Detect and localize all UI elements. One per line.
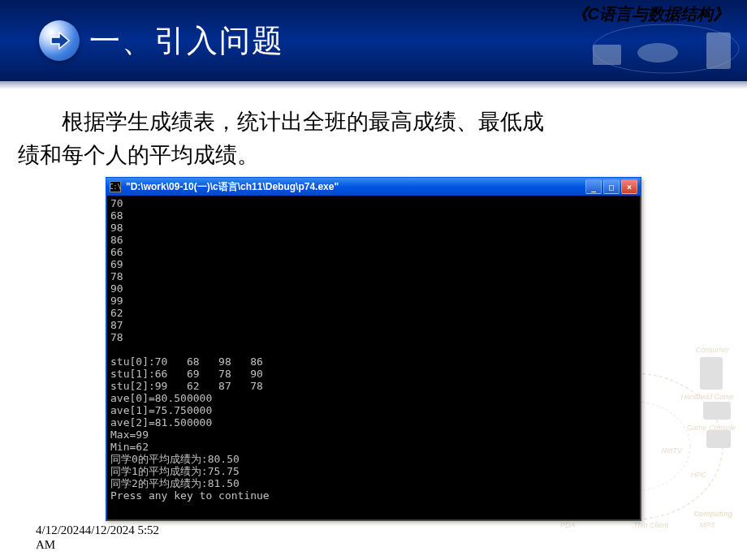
window-buttons: _ □ × bbox=[585, 179, 637, 194]
svg-rect-2 bbox=[593, 45, 621, 65]
console-output: 70 68 98 86 66 69 78 90 99 62 87 78 stu[… bbox=[106, 196, 641, 520]
description-line-1: 根据学生成绩表，统计出全班的最高成绩、最低成 bbox=[62, 110, 544, 134]
bg-label-thinclient: Thin Client bbox=[633, 521, 668, 529]
cmd-icon: C:\ bbox=[110, 181, 121, 192]
console-title-text: "D:\work\09-10(一)\c语言\ch11\Debug\p74.exe… bbox=[126, 180, 585, 194]
svg-point-3 bbox=[637, 43, 678, 62]
bg-label-pda: PDA bbox=[560, 521, 576, 529]
slide-title: 一、引入问题 bbox=[89, 20, 284, 62]
maximize-button[interactable]: □ bbox=[603, 179, 620, 194]
bg-label-gameconsole: Game Console bbox=[687, 424, 736, 432]
description-line-2: 绩和每个人的平均成绩。 bbox=[18, 139, 729, 172]
header-decoration bbox=[585, 16, 747, 81]
console-window: C:\ "D:\work\09-10(一)\c语言\ch11\Debug\p74… bbox=[106, 177, 641, 521]
footer-line-1: 4/12/20244/12/2024 5:52 bbox=[36, 523, 159, 536]
close-button[interactable]: × bbox=[621, 179, 637, 194]
problem-description: 根据学生成绩表，统计出全班的最高成绩、最低成 绩和每个人的平均成绩。 bbox=[18, 106, 729, 171]
minimize-button[interactable]: _ bbox=[585, 179, 602, 194]
slide-body: 根据学生成绩表，统计出全班的最高成绩、最低成 绩和每个人的平均成绩。 bbox=[0, 81, 747, 171]
svg-rect-1 bbox=[706, 32, 731, 69]
console-titlebar[interactable]: C:\ "D:\work\09-10(一)\c语言\ch11\Debug\p74… bbox=[106, 178, 641, 196]
footer-line-2: AM bbox=[36, 538, 55, 551]
bg-label-consumer: Consumer bbox=[695, 346, 729, 354]
bg-label-mp3: MP3 bbox=[699, 521, 715, 529]
slide-footer-date: 4/12/20244/12/2024 5:52 AM bbox=[36, 523, 159, 552]
arrow-icon bbox=[39, 20, 80, 61]
bg-label-hpc: HPC bbox=[691, 471, 706, 479]
bg-label-handheld: Handheld Game bbox=[680, 393, 734, 401]
bg-label-nettv: NetTV bbox=[661, 446, 682, 454]
bg-label-computing: Computing bbox=[694, 510, 733, 518]
course-title-tag: 《C语言与数据结构》 bbox=[572, 3, 729, 25]
